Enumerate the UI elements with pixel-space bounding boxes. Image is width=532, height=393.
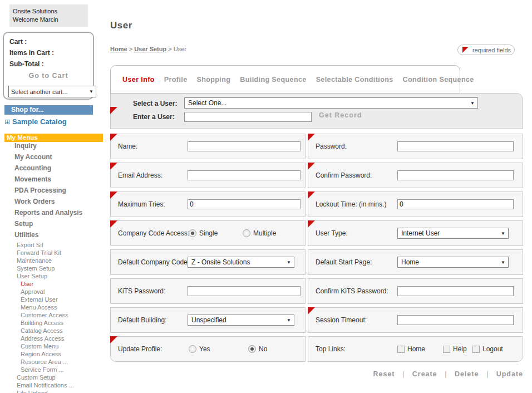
update-button[interactable]: Update [496,370,523,378]
chevron-down-icon: ▼ [287,260,291,265]
email-label: Email Address: [118,171,162,179]
user-type-dropdown[interactable]: Internet User ▼ [397,228,509,239]
sidebar-item-work-orders[interactable]: Work Orders [0,196,106,207]
sidebar-item-user-setup[interactable]: User Setup [0,272,106,280]
lockout-time-label: Lockout Time: (in mins.) [316,200,386,208]
multiple-radio[interactable]: Multiple [243,229,276,237]
user-type-value: Internet User [401,229,440,237]
home-checkbox[interactable]: Home [397,345,425,353]
breadcrumb: Home > User Setup > User [110,46,186,52]
user-lookup-panel: Select a User: Select One... ▼ Enter a U… [110,93,523,129]
sidebar-item-inquiry[interactable]: Inquiry [0,140,106,151]
confirm-password-input[interactable] [397,170,514,180]
chevron-down-icon: ▼ [501,231,505,236]
sidebar-item-region-access[interactable]: Region Access [0,350,106,358]
home-checkbox-label: Home [407,345,425,353]
action-separator: | [445,370,447,378]
sidebar-item-reports-and-analysis[interactable]: Reports and Analysis [0,207,106,218]
company-code-access-label: Company Code Access: [118,229,189,237]
single-radio[interactable]: Single [189,229,218,237]
sidebar-item-external-user[interactable]: External User [0,296,106,303]
default-start-page-dropdown[interactable]: Home ▼ [397,257,509,268]
email-input[interactable] [188,170,301,180]
confirm-kits-password-label: Confirm KiTS Password: [316,287,388,295]
sidebar-item-building-access[interactable]: Building Access [0,319,106,327]
required-fields-label: required fields [472,47,511,53]
kits-password-input[interactable] [188,286,301,296]
select-cart-value: Select another cart... [11,89,68,95]
tab-shopping[interactable]: Shopping [196,76,230,83]
sidebar-item-custom-setup[interactable]: Custom Setup [0,374,106,381]
maximum-tries-input[interactable] [188,199,301,209]
sidebar-menu: Inquiry My Account Accounting Movements … [0,140,106,240]
sidebar-item-export-sif[interactable]: Export Sif [0,241,106,249]
sidebar-item-setup[interactable]: Setup [0,218,106,229]
name-input[interactable] [188,141,301,151]
field-default-start-page: Default Start Page: Home ▼ [308,249,523,275]
sidebar-item-email-notifications[interactable]: Email Notifications ... [0,381,106,389]
password-input[interactable] [397,141,514,151]
field-user-type: User Type: Internet User ▼ [308,220,523,246]
chevron-down-icon: ▼ [470,101,475,106]
sidebar-item-resource-area[interactable]: Resource Area ... [0,358,106,366]
sidebar-item-utilities[interactable]: Utilities [0,229,106,240]
name-label: Name: [118,143,137,150]
tab-selectable-conditions[interactable]: Selectable Conditions [316,76,393,83]
multiple-radio-label: Multiple [253,229,276,237]
sidebar-item-customer-access[interactable]: Customer Access [0,311,106,319]
sidebar-item-system-setup[interactable]: System Setup [0,264,106,272]
sidebar-item-my-account[interactable]: My Account [0,151,106,163]
expand-plus-icon[interactable]: ⊞ [4,118,10,126]
breadcrumb-user-setup-link[interactable]: User Setup [134,46,166,52]
sidebar-item-sample-catalog[interactable]: ⊞Sample Catalog [4,117,67,126]
sidebar-item-address-access[interactable]: Address Access [0,335,106,342]
maximum-tries-label: Maximum Tries: [118,200,165,208]
sidebar-item-catalog-access[interactable]: Catalog Access [0,327,106,335]
enter-user-input[interactable] [184,112,312,122]
default-company-code-dropdown[interactable]: Z - Onsite Solutions ▼ [188,257,294,268]
required-marker-icon [110,220,117,228]
lockout-time-input[interactable] [397,199,514,209]
tab-profile[interactable]: Profile [164,76,188,83]
checkbox-icon [397,346,405,353]
sidebar-item-custom-menu[interactable]: Custom Menu [0,342,106,350]
tab-user-info[interactable]: User Info [122,76,155,83]
sidebar-item-file-upload[interactable]: File Upload [0,389,106,393]
help-checkbox[interactable]: Help [443,345,467,353]
chevron-down-icon: ▼ [89,89,93,94]
sidebar-item-forward-trial-kit[interactable]: Forward Trial Kit [0,249,106,257]
sidebar-item-accounting[interactable]: Accounting [0,163,106,174]
yes-radio[interactable]: Yes [189,345,210,353]
delete-button[interactable]: Delete [455,370,479,378]
cart-label: Cart : [9,38,27,46]
sample-catalog-label: Sample Catalog [12,117,67,126]
breadcrumb-home-link[interactable]: Home [110,46,127,52]
get-record-button[interactable]: Get Record [319,111,362,119]
sidebar-item-maintenance[interactable]: Maintenance [0,257,106,264]
sidebar-item-service-form[interactable]: Service Form ... [0,366,106,374]
password-label: Password: [316,143,347,150]
company-name: Onsite Solutions [13,7,85,16]
tab-building-sequence[interactable]: Building Sequence [240,76,306,83]
sidebar-item-approval[interactable]: Approval [0,288,106,296]
confirm-kits-password-input[interactable] [397,286,514,296]
go-to-cart-button[interactable]: Go to Cart [4,72,93,80]
default-building-dropdown[interactable]: Unspecified ▼ [188,315,294,326]
required-fields-legend: required fields [457,45,515,55]
reset-button[interactable]: Reset [373,370,395,378]
sidebar-item-movements[interactable]: Movements [0,174,106,185]
sidebar-item-pda-processing[interactable]: PDA Processing [0,185,106,196]
session-timeout-input[interactable] [397,315,514,325]
create-button[interactable]: Create [412,370,437,378]
logout-checkbox[interactable]: Logout [472,345,503,353]
no-radio[interactable]: No [248,345,267,353]
sidebar-submenu: Export Sif Forward Trial Kit Maintenance… [0,241,106,393]
select-user-dropdown[interactable]: Select One... ▼ [184,97,478,109]
select-cart-dropdown[interactable]: Select another cart... ▼ [8,86,96,97]
sidebar-item-menu-access[interactable]: Menu Access [0,303,106,311]
sidebar-item-user[interactable]: User [0,280,106,288]
tab-condition-sequence[interactable]: Condition Sequence [403,76,474,83]
required-marker-icon [308,220,315,228]
single-radio-label: Single [199,229,218,237]
welcome-text: Welcome Marcin [13,16,85,24]
